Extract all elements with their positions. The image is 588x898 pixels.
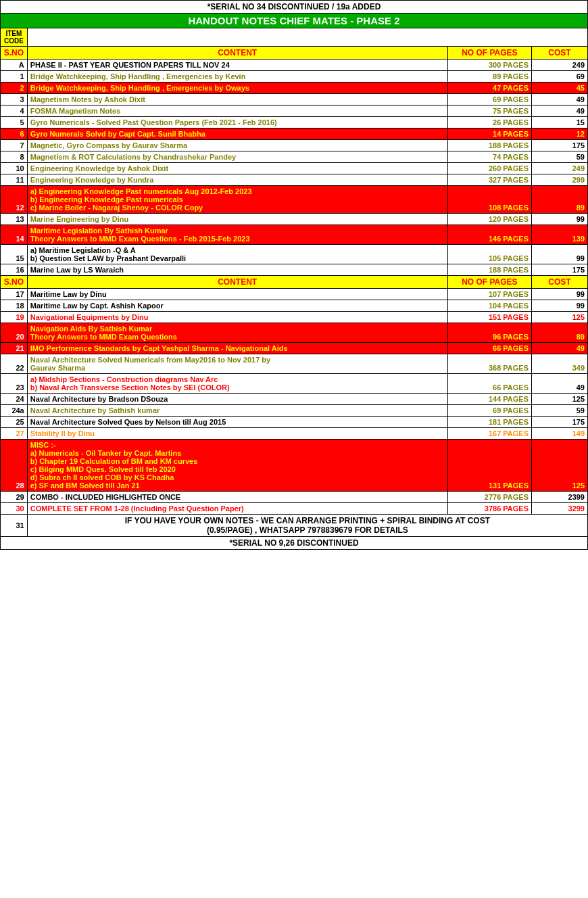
row-sno: 19 xyxy=(1,312,28,323)
row-pages: 89 PAGES xyxy=(447,71,531,82)
row-pages: 96 PAGES xyxy=(447,323,531,343)
table-row: 1 Bridge Watchkeeping, Ship Handling , E… xyxy=(1,71,588,82)
row-cost: 99 xyxy=(532,289,588,300)
row-sno: 8 xyxy=(1,151,28,163)
row-content: Gyro Numericals - Solved Past Question P… xyxy=(27,117,447,128)
row-content: Marine Engineering by Dinu xyxy=(27,214,447,225)
main-title: HANDOUT NOTES CHIEF MATES - PHASE 2 xyxy=(1,14,588,28)
col2-sno: S.NO xyxy=(1,276,28,289)
row-sno: A xyxy=(1,60,28,71)
table-row: 30 COMPLETE SET FROM 1-28 (Including Pas… xyxy=(1,503,588,515)
row-pages: 260 PAGES xyxy=(447,163,531,174)
table-row: 24a Naval Architecture by Sathish kumar … xyxy=(1,405,588,417)
table-row: 12 a) Engineering Knowledge Past numeric… xyxy=(1,186,588,214)
table-row: 27 Stability II by Dinu 167 PAGES 149 xyxy=(1,428,588,440)
top-note-text: *SERIAL NO 34 DISCONTINUED / 19a ADDED xyxy=(1,1,588,14)
table-row: 25 Naval Architecture Solved Ques by Nel… xyxy=(1,417,588,428)
row-sno: 18 xyxy=(1,300,28,312)
row-content: Marine Law by LS Waraich xyxy=(27,264,447,276)
main-header-row: HANDOUT NOTES CHIEF MATES - PHASE 2 xyxy=(1,14,588,28)
row-content: PHASE II - PAST YEAR QUESTION PAPERS TIL… xyxy=(27,60,447,71)
row-cost: 125 xyxy=(532,394,588,405)
table-row: 23 a) Midship Sections - Construction di… xyxy=(1,374,588,394)
row-cost: 3299 xyxy=(532,503,588,515)
row-cost: 139 xyxy=(532,225,588,245)
row-content: Maritime Law by Dinu xyxy=(27,289,447,300)
top-note-row: *SERIAL NO 34 DISCONTINUED / 19a ADDED xyxy=(1,1,588,14)
row-content: a) Midship Sections - Construction diagr… xyxy=(27,374,447,394)
row-sno: 7 xyxy=(1,140,28,151)
row-pages: 120 PAGES xyxy=(447,214,531,225)
table-row: 19 Navigational Equipments by Dinu 151 P… xyxy=(1,312,588,323)
row-content: IMO Performence Standards by Capt Yashpa… xyxy=(27,343,447,354)
row-cost: 99 xyxy=(532,300,588,312)
row-content: Naval Architecture by Sathish kumar xyxy=(27,405,447,417)
row-sno: 24 xyxy=(1,394,28,405)
row-content: Magnetic, Gyro Compass by Gaurav Sharma xyxy=(27,140,447,151)
table-row: 18 Maritime Law by Capt. Ashish Kapoor 1… xyxy=(1,300,588,312)
column-headers: S.NO CONTENT NO OF PAGES COST xyxy=(1,47,588,60)
row-content: FOSMA Magnetism Notes xyxy=(27,105,447,117)
row-cost: 175 xyxy=(532,417,588,428)
row-sno: 20 xyxy=(1,323,28,343)
row-sno: 5 xyxy=(1,117,28,128)
table-row: 29 COMBO - INCLUDED HIGHLIGHTED ONCE 277… xyxy=(1,492,588,503)
table-row: 16 Marine Law by LS Waraich 188 PAGES 17… xyxy=(1,264,588,276)
row-sno: 16 xyxy=(1,264,28,276)
row-pages: 105 PAGES xyxy=(447,245,531,264)
table-row: 21 IMO Performence Standards by Capt Yas… xyxy=(1,343,588,354)
col-header-content xyxy=(27,28,587,47)
item-code-row: ITEMCODE xyxy=(1,28,588,47)
row-sno: 30 xyxy=(1,503,28,515)
row-cost: 45 xyxy=(532,82,588,94)
table-row: 24 Naval Architecture by Bradson DSouza … xyxy=(1,394,588,405)
table-row: 4 FOSMA Magnetism Notes 75 PAGES 49 xyxy=(1,105,588,117)
row-pages: 188 PAGES xyxy=(447,140,531,151)
row-sno: 31 xyxy=(1,515,28,537)
row-pages: 69 PAGES xyxy=(447,94,531,105)
col2-pages: NO OF PAGES xyxy=(447,276,531,289)
table-row: 3 Magnetism Notes by Ashok Dixit 69 PAGE… xyxy=(1,94,588,105)
row-pages: 14 PAGES xyxy=(447,128,531,140)
table-row: 28 MISC :- a) Numericals - Oil Tanker by… xyxy=(1,440,588,492)
row-cost: 89 xyxy=(532,186,588,214)
row-pages: 66 PAGES xyxy=(447,374,531,394)
row-pages: 151 PAGES xyxy=(447,312,531,323)
row-sno: 28 xyxy=(1,440,28,492)
row-cost: 125 xyxy=(532,440,588,492)
row-content: Stability II by Dinu xyxy=(27,428,447,440)
row-cost: 149 xyxy=(532,428,588,440)
row-cost: 59 xyxy=(532,151,588,163)
row-pages: 107 PAGES xyxy=(447,289,531,300)
item-code-label: ITEMCODE xyxy=(1,28,28,47)
row-pages: 188 PAGES xyxy=(447,264,531,276)
col-pages: NO OF PAGES xyxy=(447,47,531,60)
row-sno: 29 xyxy=(1,492,28,503)
row-sno: 6 xyxy=(1,128,28,140)
row-content: Maritime Legislation By Sathish Kumar Th… xyxy=(27,225,447,245)
row-cost: 349 xyxy=(532,354,588,374)
column-headers-2: S.NO CONTENT NO OF PAGES COST xyxy=(1,276,588,289)
row-cost: 12 xyxy=(532,128,588,140)
row-cost: 69 xyxy=(532,71,588,82)
row-content: Naval Architecture by Bradson DSouza xyxy=(27,394,447,405)
col2-content: CONTENT xyxy=(27,276,447,289)
row-content: Maritime Law by Capt. Ashish Kapoor xyxy=(27,300,447,312)
table-row: 8 Magnetism & ROT Calculations by Chandr… xyxy=(1,151,588,163)
row-pages: 144 PAGES xyxy=(447,394,531,405)
row-cost: 49 xyxy=(532,343,588,354)
table-row: 15 a) Maritime Legislation -Q & A b) Que… xyxy=(1,245,588,264)
row-cost: 49 xyxy=(532,105,588,117)
row-cost: 175 xyxy=(532,264,588,276)
row-content: Bridge Watchkeeping, Ship Handling , Eme… xyxy=(27,82,447,94)
row-content: Navigational Equipments by Dinu xyxy=(27,312,447,323)
row-cost: 175 xyxy=(532,140,588,151)
row-sno: 13 xyxy=(1,214,28,225)
row-pages: 146 PAGES xyxy=(447,225,531,245)
row-content: a) Engineering Knowledge Past numericals… xyxy=(27,186,447,214)
row-cost: 249 xyxy=(532,60,588,71)
table-row: A PHASE II - PAST YEAR QUESTION PAPERS T… xyxy=(1,60,588,71)
row-content: Magnetism & ROT Calculations by Chandras… xyxy=(27,151,447,163)
row-sno: 4 xyxy=(1,105,28,117)
row-content: COMBO - INCLUDED HIGHLIGHTED ONCE xyxy=(27,492,447,503)
